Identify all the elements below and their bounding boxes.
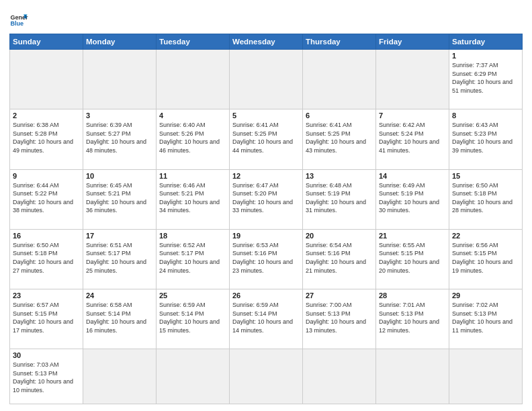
day-number: 21	[379, 232, 446, 240]
day-info: Sunrise: 6:54 AM Sunset: 5:16 PM Dayligh…	[306, 241, 373, 275]
calendar-week-row: 16Sunrise: 6:50 AM Sunset: 5:18 PM Dayli…	[10, 229, 523, 289]
calendar-cell: 12Sunrise: 6:47 AM Sunset: 5:20 PM Dayli…	[230, 169, 303, 229]
calendar-cell: 22Sunrise: 6:56 AM Sunset: 5:15 PM Dayli…	[449, 229, 523, 289]
calendar-cell	[83, 50, 157, 109]
day-number: 19	[232, 232, 300, 240]
header: General Blue	[9, 8, 523, 30]
calendar-cell: 17Sunrise: 6:51 AM Sunset: 5:17 PM Dayli…	[83, 229, 157, 289]
day-number: 22	[452, 232, 519, 240]
calendar-week-row: 23Sunrise: 6:57 AM Sunset: 5:15 PM Dayli…	[10, 289, 523, 349]
calendar-week-row: 1Sunrise: 7:37 AM Sunset: 6:29 PM Daylig…	[10, 50, 523, 109]
calendar-cell: 24Sunrise: 6:58 AM Sunset: 5:14 PM Dayli…	[83, 289, 157, 349]
day-info: Sunrise: 6:48 AM Sunset: 5:19 PM Dayligh…	[306, 181, 373, 215]
day-number: 8	[452, 111, 519, 120]
day-number: 5	[232, 111, 300, 120]
calendar-cell: 20Sunrise: 6:54 AM Sunset: 5:16 PM Dayli…	[303, 229, 376, 289]
day-number: 23	[13, 291, 80, 300]
calendar-cell	[303, 50, 376, 109]
calendar-cell: 8Sunrise: 6:43 AM Sunset: 5:23 PM Daylig…	[449, 109, 523, 169]
day-number: 3	[86, 111, 153, 120]
calendar-cell	[230, 50, 303, 109]
day-number: 10	[86, 172, 153, 180]
day-info: Sunrise: 6:56 AM Sunset: 5:15 PM Dayligh…	[452, 241, 519, 275]
day-number: 14	[379, 172, 446, 180]
day-info: Sunrise: 6:40 AM Sunset: 5:26 PM Dayligh…	[159, 121, 226, 154]
calendar-cell: 9Sunrise: 6:44 AM Sunset: 5:22 PM Daylig…	[10, 169, 83, 229]
day-info: Sunrise: 7:00 AM Sunset: 5:13 PM Dayligh…	[306, 301, 373, 334]
calendar-cell: 19Sunrise: 6:53 AM Sunset: 5:16 PM Dayli…	[230, 229, 303, 289]
day-info: Sunrise: 6:43 AM Sunset: 5:23 PM Dayligh…	[452, 121, 519, 154]
weekday-header-row: SundayMondayTuesdayWednesdayThursdayFrid…	[10, 34, 523, 50]
weekday-header-tuesday: Tuesday	[157, 34, 230, 50]
calendar-cell: 11Sunrise: 6:46 AM Sunset: 5:21 PM Dayli…	[157, 169, 230, 229]
day-info: Sunrise: 7:02 AM Sunset: 5:13 PM Dayligh…	[452, 301, 519, 334]
day-number: 1	[452, 52, 519, 60]
day-number: 29	[452, 291, 519, 300]
calendar-cell: 25Sunrise: 6:59 AM Sunset: 5:14 PM Dayli…	[157, 289, 230, 349]
day-number: 28	[379, 291, 446, 300]
day-info: Sunrise: 6:53 AM Sunset: 5:16 PM Dayligh…	[232, 241, 300, 275]
calendar-week-row: 2Sunrise: 6:38 AM Sunset: 5:28 PM Daylig…	[10, 109, 523, 169]
logo: General Blue	[9, 11, 28, 30]
weekday-header-monday: Monday	[83, 34, 157, 50]
calendar-cell	[449, 349, 523, 404]
day-info: Sunrise: 6:52 AM Sunset: 5:17 PM Dayligh…	[159, 241, 226, 275]
weekday-header-saturday: Saturday	[449, 34, 523, 50]
day-number: 11	[159, 172, 226, 180]
calendar-cell: 30Sunrise: 7:03 AM Sunset: 5:13 PM Dayli…	[10, 349, 83, 404]
calendar-cell	[376, 349, 449, 404]
calendar-cell: 14Sunrise: 6:49 AM Sunset: 5:19 PM Dayli…	[376, 169, 449, 229]
day-info: Sunrise: 6:59 AM Sunset: 5:14 PM Dayligh…	[159, 301, 226, 334]
weekday-header-thursday: Thursday	[303, 34, 376, 50]
day-number: 30	[13, 351, 80, 359]
day-info: Sunrise: 6:41 AM Sunset: 5:25 PM Dayligh…	[232, 121, 300, 154]
day-info: Sunrise: 6:45 AM Sunset: 5:21 PM Dayligh…	[86, 181, 153, 215]
day-number: 4	[159, 111, 226, 120]
day-info: Sunrise: 6:57 AM Sunset: 5:15 PM Dayligh…	[13, 301, 80, 334]
day-info: Sunrise: 6:38 AM Sunset: 5:28 PM Dayligh…	[13, 121, 80, 154]
day-number: 24	[86, 291, 153, 300]
calendar-cell: 10Sunrise: 6:45 AM Sunset: 5:21 PM Dayli…	[83, 169, 157, 229]
calendar-cell: 21Sunrise: 6:55 AM Sunset: 5:15 PM Dayli…	[376, 229, 449, 289]
generalblue-logo-icon: General Blue	[9, 11, 28, 30]
day-number: 12	[232, 172, 300, 180]
day-info: Sunrise: 7:01 AM Sunset: 5:13 PM Dayligh…	[379, 301, 446, 334]
day-info: Sunrise: 6:55 AM Sunset: 5:15 PM Dayligh…	[379, 241, 446, 275]
weekday-header-wednesday: Wednesday	[230, 34, 303, 50]
day-info: Sunrise: 6:42 AM Sunset: 5:24 PM Dayligh…	[379, 121, 446, 154]
calendar-cell: 4Sunrise: 6:40 AM Sunset: 5:26 PM Daylig…	[157, 109, 230, 169]
day-number: 20	[306, 232, 373, 240]
day-info: Sunrise: 6:44 AM Sunset: 5:22 PM Dayligh…	[13, 181, 80, 215]
calendar-week-row: 30Sunrise: 7:03 AM Sunset: 5:13 PM Dayli…	[10, 349, 523, 404]
day-info: Sunrise: 6:49 AM Sunset: 5:19 PM Dayligh…	[379, 181, 446, 215]
day-info: Sunrise: 7:03 AM Sunset: 5:13 PM Dayligh…	[13, 361, 80, 394]
calendar-table: SundayMondayTuesdayWednesdayThursdayFrid…	[9, 34, 523, 404]
calendar-cell: 28Sunrise: 7:01 AM Sunset: 5:13 PM Dayli…	[376, 289, 449, 349]
calendar-cell: 1Sunrise: 7:37 AM Sunset: 6:29 PM Daylig…	[449, 50, 523, 109]
calendar-cell: 18Sunrise: 6:52 AM Sunset: 5:17 PM Dayli…	[157, 229, 230, 289]
day-info: Sunrise: 6:50 AM Sunset: 5:18 PM Dayligh…	[452, 181, 519, 215]
calendar-cell	[376, 50, 449, 109]
day-info: Sunrise: 6:58 AM Sunset: 5:14 PM Dayligh…	[86, 301, 153, 334]
page: General Blue SundayMondayTuesdayWednesda…	[0, 0, 532, 411]
calendar-cell	[10, 50, 83, 109]
calendar-cell	[157, 50, 230, 109]
day-info: Sunrise: 6:39 AM Sunset: 5:27 PM Dayligh…	[86, 121, 153, 154]
calendar-cell	[303, 349, 376, 404]
calendar-cell: 23Sunrise: 6:57 AM Sunset: 5:15 PM Dayli…	[10, 289, 83, 349]
day-number: 13	[306, 172, 373, 180]
calendar-cell: 2Sunrise: 6:38 AM Sunset: 5:28 PM Daylig…	[10, 109, 83, 169]
day-number: 26	[232, 291, 300, 300]
calendar-cell: 13Sunrise: 6:48 AM Sunset: 5:19 PM Dayli…	[303, 169, 376, 229]
day-number: 17	[86, 232, 153, 240]
calendar-cell	[230, 349, 303, 404]
day-info: Sunrise: 6:41 AM Sunset: 5:25 PM Dayligh…	[306, 121, 373, 154]
day-number: 9	[13, 172, 80, 180]
calendar-cell: 15Sunrise: 6:50 AM Sunset: 5:18 PM Dayli…	[449, 169, 523, 229]
day-info: Sunrise: 6:50 AM Sunset: 5:18 PM Dayligh…	[13, 241, 80, 275]
svg-text:Blue: Blue	[10, 20, 24, 27]
day-info: Sunrise: 6:59 AM Sunset: 5:14 PM Dayligh…	[232, 301, 300, 334]
calendar-cell: 5Sunrise: 6:41 AM Sunset: 5:25 PM Daylig…	[230, 109, 303, 169]
weekday-header-friday: Friday	[376, 34, 449, 50]
day-number: 27	[306, 291, 373, 300]
